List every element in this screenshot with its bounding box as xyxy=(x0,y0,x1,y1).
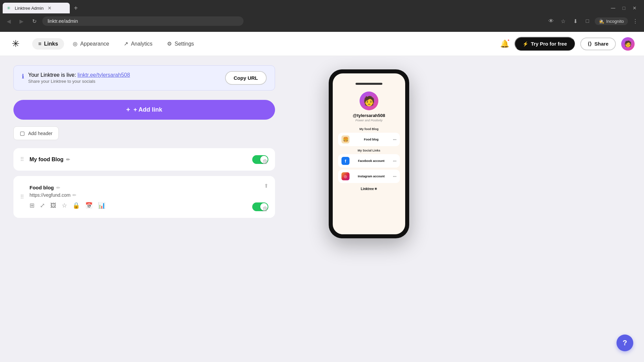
phone-link-instagram-icon: ◎ xyxy=(341,172,350,180)
info-icon: ℹ xyxy=(22,73,24,80)
main-content: ℹ Your Linktree is live: linktr.ee/tyler… xyxy=(0,56,644,362)
add-header-button[interactable]: ▢ Add header xyxy=(13,126,59,140)
section-label-food: My food Blog xyxy=(338,127,400,131)
download-icon[interactable]: ⬇ xyxy=(571,16,580,26)
tab-analytics[interactable]: ↗ Analytics xyxy=(118,38,158,50)
phone-avatar: 🧑 xyxy=(360,92,378,110)
logo[interactable]: ✳ xyxy=(9,38,21,50)
phone-link-facebook-dots: ••• xyxy=(393,159,396,163)
schedule-icon[interactable]: 📅 xyxy=(85,202,93,209)
phone-mockup: 🧑 @tylersarah508 Power and Positivity My… xyxy=(329,69,409,238)
delete-header-icon[interactable]: 🗑 xyxy=(262,158,268,165)
profile-icon[interactable]: □ xyxy=(583,16,592,26)
banner-sub-message: Share your Linktree to your socials xyxy=(28,79,130,84)
add-header-label: Add header xyxy=(28,131,52,136)
incognito-badge[interactable]: 🕵 Incognito xyxy=(595,17,628,25)
app-layout: ✳ ≡ Links ◎ Appearance ↗ Analytics ⚙ Set… xyxy=(0,32,644,362)
live-url-link[interactable]: linktr.ee/tylersarah508 xyxy=(77,72,130,78)
browser-actions: 👁 ☆ ⬇ □ 🕵 Incognito ⋮ xyxy=(546,16,640,26)
help-button[interactable]: ? xyxy=(616,335,633,351)
tab-appearance-label: Appearance xyxy=(80,41,109,47)
try-pro-button[interactable]: ⚡ Try Pro for free xyxy=(515,37,575,51)
eye-slash-icon[interactable]: 👁 xyxy=(546,16,556,26)
notification-button[interactable]: 🔔 xyxy=(500,40,509,48)
tab-bar: ✳ Linktree Admin ✕ + ─ □ ✕ xyxy=(0,0,644,13)
phone-profile: 🧑 @tylersarah508 Power and Positivity xyxy=(338,92,400,122)
tab-favicon: ✳ xyxy=(7,5,12,11)
new-tab-button[interactable]: + xyxy=(71,3,80,13)
avatar-image: 🧑 xyxy=(624,40,632,48)
bookmark-icon[interactable]: ☆ xyxy=(558,16,568,26)
address-input[interactable] xyxy=(42,16,244,26)
reload-button[interactable]: ↻ xyxy=(30,16,39,26)
live-banner-text: ℹ Your Linktree is live: linktr.ee/tyler… xyxy=(22,72,130,84)
tab-links[interactable]: ≡ Links xyxy=(32,38,64,50)
appearance-icon: ◎ xyxy=(73,41,77,47)
link-url-row: https://vegfund.com ✏ xyxy=(30,192,248,198)
analytics-icon: ↗ xyxy=(124,41,128,47)
phone-link-facebook-icon: f xyxy=(341,157,350,165)
share-icon: ⟨⟩ xyxy=(588,41,592,47)
link-card-food-blog: ⠿ Food blog ✏ https://vegfund.com ✏ ⊞ ⤢ xyxy=(13,176,275,218)
phone-link-facebook-label: Facebook account xyxy=(352,159,390,163)
banner-main-text: Your Linktree is live: linktr.ee/tylersa… xyxy=(28,72,130,78)
share-link-icon[interactable]: ⬆ xyxy=(264,183,268,189)
phone-footer-icon: ✳ xyxy=(374,187,377,191)
window-maximize-button[interactable]: □ xyxy=(620,4,628,12)
window-minimize-button[interactable]: ─ xyxy=(609,4,617,12)
arrows-icon[interactable]: ⤢ xyxy=(40,202,45,209)
delete-link-icon[interactable]: 🗑 xyxy=(262,205,268,213)
share-label: Share xyxy=(594,41,608,47)
chart-icon[interactable]: 📊 xyxy=(98,202,105,209)
link-title-row: Food blog ✏ xyxy=(30,185,248,190)
phone-link-instagram: ◎ Instagram account ••• xyxy=(338,170,400,183)
section-label-social: My Social Links xyxy=(338,149,400,152)
phone-section-food-blog: My food Blog 🍔 Food blog ••• xyxy=(338,127,400,146)
notification-dot xyxy=(507,39,510,42)
phone-section-social: My Social Links f Facebook account ••• ◎… xyxy=(338,149,400,183)
address-bar-row: ◀ ▶ ↻ 👁 ☆ ⬇ □ 🕵 Incognito ⋮ xyxy=(0,13,644,29)
menu-icon[interactable]: ⋮ xyxy=(631,16,640,26)
forward-button[interactable]: ▶ xyxy=(17,16,26,26)
lock-icon[interactable]: 🔒 xyxy=(72,202,80,209)
phone-avatar-img: 🧑 xyxy=(363,96,375,107)
copy-url-button[interactable]: Copy URL xyxy=(225,71,267,85)
grid-icon[interactable]: ⊞ xyxy=(30,202,35,209)
tab-links-label: Links xyxy=(44,41,58,47)
top-nav: ✳ ≡ Links ◎ Appearance ↗ Analytics ⚙ Set… xyxy=(0,32,644,56)
settings-icon: ⚙ xyxy=(167,41,172,47)
phone-footer: Linktree ✳ xyxy=(338,187,400,191)
header-card: ⠿ My food Blog ✏ 🗑 xyxy=(13,148,275,171)
image-icon[interactable]: 🖼 xyxy=(50,202,56,209)
avatar[interactable]: 🧑 xyxy=(621,37,635,51)
live-banner: ℹ Your Linktree is live: linktr.ee/tyler… xyxy=(13,65,275,90)
link-card-info: Food blog ✏ https://vegfund.com ✏ ⊞ ⤢ 🖼 … xyxy=(30,185,248,209)
nav-right: 🔔 ⚡ Try Pro for free ⟨⟩ Share 🧑 xyxy=(500,37,635,51)
tab-settings-label: Settings xyxy=(174,41,194,47)
active-tab[interactable]: ✳ Linktree Admin ✕ xyxy=(3,3,70,13)
share-button[interactable]: ⟨⟩ Share xyxy=(580,38,616,50)
logo-icon: ✳ xyxy=(12,38,19,49)
add-link-button[interactable]: + + Add link xyxy=(13,100,275,120)
window-close-button[interactable]: ✕ xyxy=(631,4,639,12)
drag-handle[interactable]: ⠿ xyxy=(19,155,25,164)
tab-settings[interactable]: ⚙ Settings xyxy=(161,38,200,50)
phone-link-food-blog: 🍔 Food blog ••• xyxy=(338,133,400,146)
link-actions-row: ⊞ ⤢ 🖼 ☆ 🔒 📅 📊 xyxy=(30,202,248,209)
links-icon: ≡ xyxy=(38,41,41,47)
link-url-text: https://vegfund.com xyxy=(30,192,70,198)
edit-url-icon[interactable]: ✏ xyxy=(72,192,76,198)
star-icon[interactable]: ☆ xyxy=(62,202,67,209)
incognito-icon: 🕵 xyxy=(599,19,604,24)
phone-link-facebook: f Facebook account ••• xyxy=(338,154,400,168)
edit-header-icon[interactable]: ✏ xyxy=(66,157,70,162)
tab-close-button[interactable]: ✕ xyxy=(48,5,52,11)
add-link-label: + Add link xyxy=(133,106,162,113)
tab-appearance[interactable]: ◎ Appearance xyxy=(67,38,115,50)
back-button[interactable]: ◀ xyxy=(4,16,13,26)
phone-link-food-dots: ••• xyxy=(393,138,396,141)
drag-handle-link[interactable]: ⠿ xyxy=(19,192,25,201)
incognito-label: Incognito xyxy=(606,19,624,24)
add-link-plus-icon: + xyxy=(126,106,130,114)
edit-link-title-icon[interactable]: ✏ xyxy=(56,185,60,190)
